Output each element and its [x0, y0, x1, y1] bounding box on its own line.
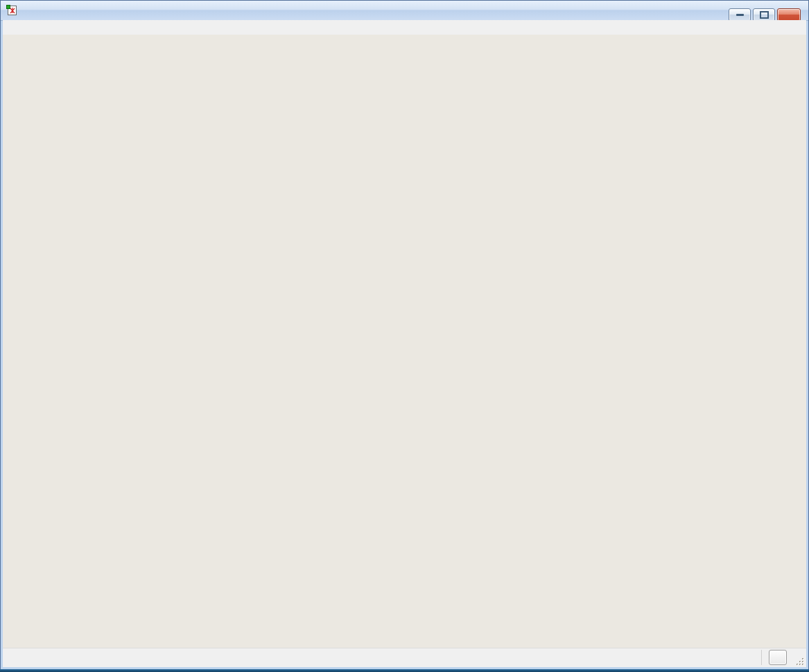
help-pane [761, 650, 794, 665]
minimize-icon [736, 14, 744, 16]
maximize-icon [760, 11, 769, 19]
statusbar [3, 648, 806, 667]
help-button[interactable] [769, 650, 787, 665]
menubar [3, 20, 806, 35]
ir-spectrum-chart[interactable] [3, 35, 806, 648]
menu-item-plots[interactable] [3, 26, 14, 29]
chart-panel [3, 35, 806, 648]
app-icon [6, 5, 17, 16]
window-bottom-border [0, 669, 809, 672]
app-window [0, 0, 809, 672]
titlebar[interactable] [1, 1, 808, 21]
resize-grip[interactable] [796, 657, 805, 666]
